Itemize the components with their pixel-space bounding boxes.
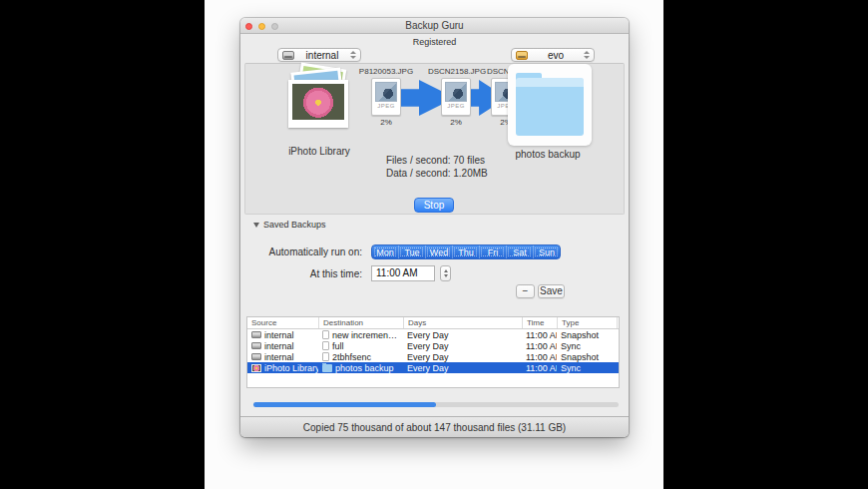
table-row[interactable]: internal 2tbhfsenc Every Day 11:00 AM Sn… — [247, 351, 619, 362]
jpeg-badge: JPEG — [372, 103, 400, 109]
at-this-time-label: At this time: — [240, 268, 362, 279]
internal-drive-icon — [251, 353, 261, 360]
file-progress-label: 2% — [371, 118, 401, 127]
data-per-second-value: 1.20MB — [453, 168, 487, 179]
day-segment-thu[interactable]: Thu — [452, 245, 479, 258]
app-window: Backup Guru Registered internal evo iPho… — [240, 18, 629, 437]
copying-filename: DSCN2158.JPG — [424, 67, 490, 76]
internal-drive-icon — [282, 51, 294, 60]
saved-backups-title: Saved Backups — [263, 220, 326, 230]
chevron-updown-icon — [350, 51, 356, 59]
source-drive-popup[interactable]: internal — [277, 48, 361, 62]
saved-backups-disclosure[interactable]: Saved Backups — [253, 220, 326, 230]
stepper-up-icon[interactable] — [444, 269, 448, 272]
window-title: Backup Guru — [240, 20, 629, 31]
column-spacer — [617, 317, 622, 328]
iphoto-mini-icon — [251, 364, 261, 372]
overall-progress-bar — [253, 402, 619, 407]
copying-filename: P8120053.JPG — [353, 67, 419, 76]
day-segment-mon[interactable]: Mon — [372, 245, 398, 258]
status-bar: Copied 75 thousand of about 147 thousand… — [240, 416, 629, 437]
external-drive-icon — [516, 51, 528, 60]
folder-mini-icon — [322, 364, 332, 372]
iphoto-library-icon[interactable] — [286, 66, 352, 146]
run-on-label: Automatically run on: — [240, 246, 362, 257]
letterbox-background: Backup Guru Registered internal evo iPho… — [0, 0, 868, 489]
dest-drive-popup[interactable]: evo — [511, 48, 595, 62]
table-row[interactable]: internal new incremen… Every Day 11:00 A… — [247, 329, 619, 340]
destination-folder-icon[interactable] — [508, 64, 592, 146]
files-per-second-value: 70 files — [453, 155, 485, 166]
data-per-second-label: Data / second: — [386, 168, 450, 179]
document-icon — [322, 330, 329, 339]
stepper-down-icon[interactable] — [444, 274, 448, 277]
table-header: Source Destination Days Time Type — [247, 317, 619, 329]
day-segment-sun[interactable]: Sun — [533, 245, 560, 258]
titlebar[interactable]: Backup Guru — [240, 18, 629, 34]
column-days[interactable]: Days — [403, 317, 522, 328]
column-source[interactable]: Source — [247, 317, 318, 328]
file-progress-label: 2% — [441, 118, 471, 127]
remove-backup-button[interactable]: − — [516, 284, 535, 298]
document-icon — [322, 341, 329, 350]
files-per-second-label: Files / second: — [386, 155, 450, 166]
day-segment-sat[interactable]: Sat — [506, 245, 533, 258]
jpeg-badge: JPEG — [442, 103, 470, 109]
transfer-stats: Files / second: 70 files Data / second: … — [386, 154, 488, 180]
column-time[interactable]: Time — [522, 317, 557, 328]
save-button[interactable]: Save — [538, 284, 565, 298]
progress-fill — [253, 402, 436, 407]
weekday-segmented-control: Mon Tue Wed Thu Fri Sat Sun — [371, 244, 561, 259]
table-row-selected[interactable]: iPhoto Library photos backup Every Day 1… — [247, 362, 619, 373]
day-segment-wed[interactable]: Wed — [425, 245, 452, 258]
status-text: Copied 75 thousand of about 147 thousand… — [303, 422, 566, 433]
time-input[interactable]: 11:00 AM — [371, 265, 435, 281]
day-segment-tue[interactable]: Tue — [398, 245, 425, 258]
column-type[interactable]: Type — [557, 317, 617, 328]
internal-drive-icon — [251, 342, 261, 349]
table-row[interactable]: internal full Every Day 11:00 AM Sync — [247, 340, 619, 351]
time-stepper[interactable] — [440, 265, 451, 281]
jpeg-file-icon: JPEG — [371, 78, 401, 116]
disclosure-triangle-icon — [253, 223, 259, 228]
jpeg-file-icon: JPEG — [441, 78, 471, 116]
source-drive-value: internal — [294, 50, 350, 61]
dest-drive-value: evo — [528, 50, 584, 61]
column-destination[interactable]: Destination — [318, 317, 403, 328]
saved-backups-table: Source Destination Days Time Type intern… — [246, 316, 620, 388]
source-name-label: iPhoto Library — [269, 146, 369, 157]
day-segment-fri[interactable]: Fri — [479, 245, 506, 258]
chevron-updown-icon — [584, 51, 590, 59]
document-icon — [322, 352, 329, 361]
internal-drive-icon — [251, 331, 261, 338]
destination-name-label: photos backup — [498, 149, 598, 160]
stop-button[interactable]: Stop — [414, 198, 454, 213]
registered-label: Registered — [240, 37, 629, 47]
